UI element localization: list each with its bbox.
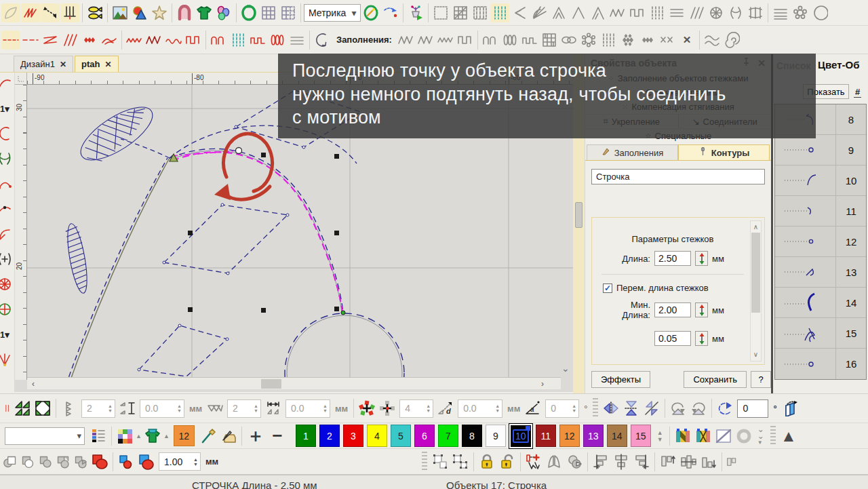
- selected-stitch-path[interactable]: [172, 152, 342, 312]
- fill-zigzag-icon[interactable]: [397, 31, 416, 50]
- plant-run-icon[interactable]: [406, 3, 425, 22]
- pattern-lines-icon[interactable]: [667, 3, 686, 22]
- curve-c-icon[interactable]: [313, 31, 332, 50]
- pattern-square-wave-icon[interactable]: [628, 3, 647, 22]
- fills-close-icon[interactable]: ✕: [677, 31, 696, 50]
- pyramid-icon[interactable]: ▲: [779, 427, 798, 446]
- color-object-row[interactable]: 9: [775, 135, 866, 165]
- spinner-arrows[interactable]: [495, 404, 500, 413]
- palette-color-3[interactable]: 3: [343, 425, 363, 447]
- motif-diamonds-icon[interactable]: [80, 31, 99, 50]
- close-icon[interactable]: ✕: [104, 60, 111, 69]
- hoop-small-icon[interactable]: [810, 3, 829, 22]
- thread-catalog-dropdown[interactable]: [5, 427, 85, 445]
- tab-fills[interactable]: Заполнения: [587, 144, 678, 160]
- tool-curve-icon[interactable]: [0, 75, 13, 92]
- pattern-knot-icon[interactable]: [726, 3, 745, 22]
- pattern-peak-bold-icon[interactable]: [589, 3, 608, 22]
- fill-zigzag-2-icon[interactable]: [416, 31, 435, 50]
- palette-color-12[interactable]: 12: [559, 425, 580, 447]
- fill-cross-icon[interactable]: [658, 31, 677, 50]
- palette-color-5[interactable]: 5: [391, 425, 411, 447]
- motif-dash-large-icon[interactable]: [21, 31, 40, 50]
- min-length-spinner[interactable]: [695, 302, 708, 317]
- circle-outline[interactable]: [285, 313, 404, 377]
- pattern-weave-icon[interactable]: [471, 3, 490, 22]
- palette-color-15[interactable]: 15: [631, 425, 651, 447]
- palette-color-10-selected[interactable]: 10: [509, 424, 532, 448]
- parameters-scrollbar[interactable]: [750, 220, 762, 361]
- number-column-header[interactable]: #: [854, 87, 861, 98]
- mirror-pages-icon[interactable]: [545, 452, 564, 471]
- align-center-icon[interactable]: [612, 452, 631, 471]
- rotate-right-icon[interactable]: [689, 399, 708, 418]
- fill-spiral-icon[interactable]: [722, 31, 741, 50]
- fill-diamonds-icon[interactable]: [638, 31, 657, 50]
- branch-stitch-icon[interactable]: [60, 3, 79, 22]
- spinner-arrows[interactable]: [177, 404, 182, 413]
- motif-zigzag-z-icon[interactable]: [41, 31, 60, 50]
- merge-large-icon[interactable]: [137, 452, 156, 471]
- collapse-chevrons-icon[interactable]: ⌄⌄: [757, 426, 764, 446]
- skew-icon[interactable]: [642, 399, 661, 418]
- eyedropper-icon[interactable]: [199, 427, 218, 446]
- rotate-left-icon[interactable]: [669, 399, 688, 418]
- fill-flower-icon[interactable]: [579, 31, 598, 50]
- select-nodes-2-icon[interactable]: [451, 452, 470, 471]
- star-shape-icon[interactable]: [150, 3, 169, 22]
- splitter-handle[interactable]: [575, 202, 583, 228]
- undo-icon[interactable]: [715, 399, 734, 418]
- hoop-oval-icon[interactable]: [239, 3, 258, 22]
- satin-leaf-small[interactable]: [64, 222, 91, 294]
- tool-one-2-icon[interactable]: 1▾: [0, 326, 13, 343]
- shape-sub-red-icon[interactable]: [90, 452, 109, 471]
- palette-color-2[interactable]: 2: [319, 425, 340, 447]
- mirror-vertical-icon[interactable]: [622, 399, 641, 418]
- select-nodes-1-icon[interactable]: [431, 452, 450, 471]
- spinner-arrows[interactable]: [426, 404, 431, 413]
- density-field[interactable]: 2: [81, 399, 115, 418]
- pattern-grid-diagonal-icon[interactable]: [451, 3, 470, 22]
- motif-bird-icon[interactable]: [100, 31, 119, 50]
- color-object-row[interactable]: 11: [775, 196, 866, 227]
- motif-wave-bold-icon[interactable]: [144, 31, 163, 50]
- shape-sub-1-icon[interactable]: [2, 454, 18, 470]
- clipped-align-icon[interactable]: [726, 452, 736, 471]
- offset-field[interactable]: 0.0: [140, 399, 184, 418]
- pattern-peak-thin-icon[interactable]: [549, 3, 568, 22]
- end-node[interactable]: [236, 148, 242, 154]
- palette-color-11[interactable]: 11: [536, 425, 556, 447]
- shape-sub-3-icon[interactable]: [37, 454, 54, 470]
- color-object-row[interactable]: 15: [775, 318, 866, 349]
- shape-sub-2-icon[interactable]: [20, 454, 36, 470]
- motif-loops-icon[interactable]: [209, 31, 228, 50]
- fill-square-wave-icon[interactable]: [520, 31, 539, 50]
- plus-squares-icon[interactable]: [378, 399, 397, 418]
- hoop-wand-icon[interactable]: [361, 3, 380, 22]
- metric-dropdown[interactable]: Метрика: [304, 4, 361, 22]
- selection-handles[interactable]: [188, 153, 339, 313]
- shape-sub-5-icon[interactable]: [73, 454, 89, 470]
- scroll-left-button[interactable]: ‹: [27, 378, 39, 390]
- color-object-row[interactable]: 14: [775, 288, 866, 318]
- scroll-up-button[interactable]: [753, 221, 758, 232]
- step-field[interactable]: 0.05: [654, 331, 691, 346]
- flower-cross-icon[interactable]: [357, 399, 376, 418]
- spinner-arrows[interactable]: [323, 404, 328, 413]
- motif-dash-small-icon[interactable]: [1, 31, 20, 50]
- tool-one-icon[interactable]: 1▾: [0, 100, 13, 117]
- pattern-arrows-icon[interactable]: [510, 3, 529, 22]
- fill-wave-icon[interactable]: [436, 31, 455, 50]
- clone-cursor-icon[interactable]: [524, 452, 543, 471]
- ruler-origin-button[interactable]: [15, 73, 27, 85]
- tool-arc-icon[interactable]: [0, 125, 13, 142]
- spinner-arrows[interactable]: [108, 404, 113, 413]
- align-right-icon[interactable]: [632, 452, 651, 471]
- tool-fan-icon[interactable]: [0, 351, 13, 368]
- tool-knot-icon[interactable]: [0, 151, 13, 167]
- scroll-down-button[interactable]: [753, 349, 758, 359]
- shape-sub-4-icon[interactable]: [55, 454, 71, 470]
- spinner-arrows[interactable]: [193, 457, 198, 467]
- pattern-swatch-1-icon[interactable]: [673, 427, 692, 446]
- tool-wheel-icon[interactable]: [0, 276, 13, 292]
